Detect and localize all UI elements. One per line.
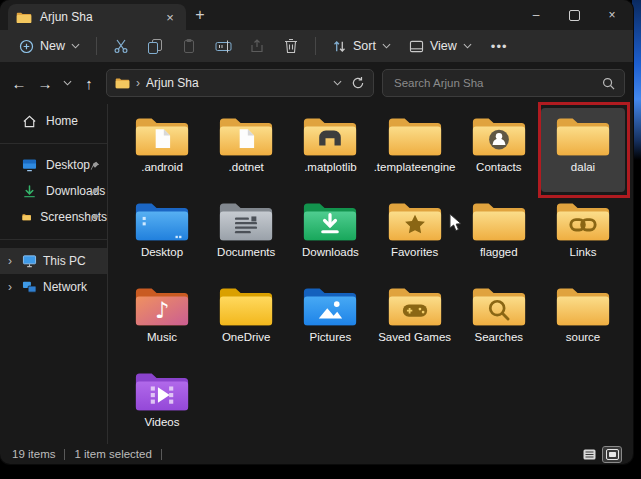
- chevron-down-icon[interactable]: [333, 80, 342, 86]
- explorer-tab[interactable]: Arjun Sha ×: [8, 4, 186, 30]
- sidebar-item-network[interactable]: › Network: [0, 274, 107, 300]
- list-view-icon: [583, 449, 596, 460]
- chevron-right-icon[interactable]: ›: [8, 254, 16, 268]
- pin-icon: [90, 212, 100, 226]
- maximize-button[interactable]: [555, 0, 593, 30]
- folder-label: flagged: [480, 246, 518, 258]
- search-box[interactable]: [382, 69, 625, 97]
- minimize-button[interactable]: –: [517, 0, 555, 30]
- folder-label: .matplotlib: [304, 161, 356, 173]
- refresh-icon[interactable]: [351, 76, 365, 90]
- folder-item[interactable]: Saved Games: [373, 278, 457, 362]
- selected-count: 1 item selected: [74, 448, 151, 460]
- folder-item[interactable]: .matplotlib: [288, 108, 372, 192]
- folder-icon: [217, 283, 275, 328]
- folder-item[interactable]: Pictures: [288, 278, 372, 362]
- chevron-right-icon[interactable]: ›: [8, 280, 16, 294]
- folder-item[interactable]: Favorites: [373, 193, 457, 277]
- folder-item[interactable]: ♪Music: [120, 278, 204, 362]
- downloads-icon: [22, 184, 37, 199]
- address-bar[interactable]: › Arjun Sha: [106, 69, 374, 97]
- new-button[interactable]: New: [10, 35, 89, 58]
- folder-item[interactable]: Desktop: [120, 193, 204, 277]
- sidebar-item-home[interactable]: Home: [0, 108, 107, 134]
- paste-icon: [181, 38, 197, 54]
- folder-item[interactable]: Videos: [120, 363, 204, 447]
- sidebar-item-downloads[interactable]: Downloads: [0, 178, 107, 204]
- monitor-icon: [22, 254, 37, 268]
- trash-icon: [284, 38, 298, 54]
- folder-label: Saved Games: [378, 331, 451, 343]
- folder-label: Music: [147, 331, 177, 343]
- folder-label: Searches: [475, 331, 524, 343]
- view-icon: [409, 40, 424, 53]
- new-plus-icon: [19, 39, 34, 54]
- folder-label: Videos: [145, 416, 180, 428]
- folder-item[interactable]: Downloads: [288, 193, 372, 277]
- mouse-cursor: [449, 213, 462, 232]
- folder-label: .android: [141, 161, 183, 173]
- folder-label: source: [566, 331, 601, 343]
- folder-icon: [470, 113, 528, 158]
- close-button[interactable]: ×: [593, 0, 631, 30]
- folder-icon: [554, 198, 612, 243]
- breadcrumb[interactable]: Arjun Sha: [146, 76, 199, 90]
- details-view-toggle[interactable]: [580, 447, 598, 462]
- view-button[interactable]: View: [400, 35, 481, 57]
- folder-item[interactable]: Searches: [457, 278, 541, 362]
- paste-button[interactable]: [172, 33, 206, 59]
- share-button[interactable]: [240, 33, 274, 59]
- folder-icon: [301, 198, 359, 243]
- share-icon: [249, 38, 265, 54]
- folder-item[interactable]: .dotnet: [204, 108, 288, 192]
- folder-icon: [470, 198, 528, 243]
- tab-close-icon[interactable]: ×: [162, 10, 178, 25]
- folder-label: Documents: [217, 246, 275, 258]
- sidebar-item-this-pc[interactable]: › This PC: [0, 248, 107, 274]
- more-options-button[interactable]: •••: [481, 39, 518, 54]
- folder-item[interactable]: Documents: [204, 193, 288, 277]
- recent-locations-button[interactable]: [58, 70, 76, 96]
- network-icon: [22, 280, 37, 294]
- command-bar: New: [0, 30, 633, 62]
- title-bar: Arjun Sha × + – ×: [0, 0, 633, 30]
- sort-button[interactable]: Sort: [323, 35, 400, 57]
- folder-item[interactable]: source: [541, 278, 625, 362]
- folder-item[interactable]: flagged: [457, 193, 541, 277]
- chevron-down-icon: [382, 43, 391, 49]
- folder-item[interactable]: .android: [120, 108, 204, 192]
- folder-icon: [386, 198, 444, 243]
- forward-button[interactable]: →: [32, 70, 58, 96]
- sidebar-item-desktop[interactable]: Desktop: [0, 152, 107, 178]
- folder-icon: [133, 368, 191, 413]
- new-tab-button[interactable]: +: [188, 3, 212, 27]
- folder-item[interactable]: OneDrive: [204, 278, 288, 362]
- pin-icon: [90, 160, 100, 174]
- chevron-down-icon: [71, 43, 80, 49]
- delete-button[interactable]: [274, 33, 308, 59]
- back-button[interactable]: ←: [6, 70, 32, 96]
- folder-icon: [386, 283, 444, 328]
- rename-button[interactable]: [206, 33, 240, 59]
- sidebar-item-screenshots[interactable]: Screenshots: [0, 204, 107, 230]
- large-icons-view-toggle[interactable]: [603, 447, 621, 462]
- breadcrumb-chevron: ›: [136, 76, 140, 90]
- folder-icon: [301, 283, 359, 328]
- chevron-down-icon: [463, 43, 472, 49]
- folder-icon: [386, 113, 444, 158]
- copy-button[interactable]: [138, 33, 172, 59]
- folder-item[interactable]: .templateengine: [373, 108, 457, 192]
- search-input[interactable]: [392, 76, 602, 90]
- folder-item[interactable]: Contacts: [457, 108, 541, 192]
- cut-button[interactable]: [104, 33, 138, 59]
- sort-arrows-icon: [332, 40, 347, 53]
- folder-label: Desktop: [141, 246, 183, 258]
- scissors-icon: [113, 38, 129, 54]
- up-button[interactable]: ↑: [76, 70, 102, 96]
- status-bar: 19 items 1 item selected: [0, 444, 633, 464]
- desktop-wallpaper-edge: [632, 0, 641, 160]
- annotation-highlight-box: [538, 102, 630, 198]
- chevron-down-icon: [63, 80, 72, 86]
- rename-icon: [215, 39, 232, 54]
- folder-item[interactable]: Links: [541, 193, 625, 277]
